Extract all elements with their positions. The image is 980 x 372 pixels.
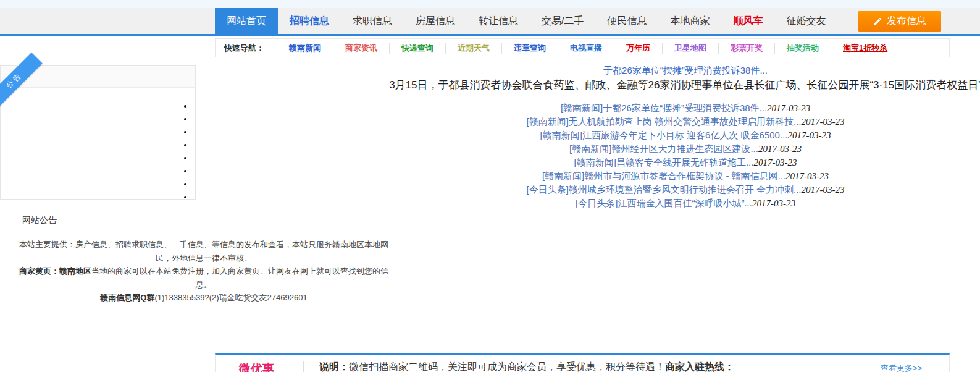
nav-tab[interactable]: 房屋信息 xyxy=(404,8,467,34)
view-more-link[interactable]: 查看更多>> xyxy=(881,363,922,372)
quick-nav-label: 快速导航： xyxy=(216,43,277,54)
quick-nav-link[interactable]: 卫星地图 xyxy=(662,43,718,54)
news-item-date: 2017-03-23 xyxy=(802,117,845,127)
news-item-date: 2017-03-23 xyxy=(752,198,795,208)
news-list-item: [今日头条]江西瑞金入围百佳“深呼吸小城”...2017-03-23 xyxy=(383,197,980,210)
nav-tab[interactable]: 转让信息 xyxy=(467,8,530,34)
quick-nav-link[interactable]: 电视直播 xyxy=(558,43,614,54)
coupon-desc-text: 微信扫描商家二维码，关注即可成为商家会员，享受优惠，积分等待遇！ xyxy=(349,361,665,372)
quick-nav-link[interactable]: 违章查询 xyxy=(501,43,558,54)
news-headline-link[interactable]: 于都26家单位“摆摊”受理消费投诉38件... xyxy=(603,64,768,77)
news-list-item: [今日头条]赣州城乡环境整治暨乡风文明行动推进会召开 全力冲刺...2017-0… xyxy=(383,183,980,197)
site-notice-paragraph-1: 本站主要提供：房产信息、招聘求职信息、二手信息、等信息的发布和查看，本站只服务赣… xyxy=(19,240,388,263)
announcement-bullet-list xyxy=(184,101,193,205)
nav-accent-line xyxy=(0,34,980,36)
nav-tab[interactable]: 求职信息 xyxy=(341,8,404,34)
site-notice-body: 本站主要提供：房产信息、招聘求职信息、二手信息、等信息的发布和查看，本站只服务赣… xyxy=(17,238,390,305)
coupon-title: 微优惠 xyxy=(239,361,274,372)
coupon-divider xyxy=(303,361,304,372)
news-item-date: 2017-03-23 xyxy=(785,171,829,181)
news-item-link[interactable]: [赣南新闻]于都26家单位“摆摊”受理消费投诉38件... xyxy=(561,103,767,113)
nav-tab[interactable]: 征婚交友 xyxy=(774,8,837,34)
site-notice-section: 网站公告 本站主要提供：房产信息、招聘求职信息、二手信息、等信息的发布和查看，本… xyxy=(17,215,390,305)
quick-nav-bar: 快速导航： 赣南新闻 商家资讯 快递查询 近期天气 违章查询 电视直播 万年历 … xyxy=(215,38,950,57)
news-item-date: 2017-03-23 xyxy=(758,144,802,154)
coupon-panel: 微优惠 说明：微信扫描商家二维码，关注即可成为商家会员，享受优惠，积分等待遇！商… xyxy=(215,353,950,372)
news-item-link[interactable]: [赣南新闻]无人机航拍勘查上岗 赣州交警交通事故处理启用新科技... xyxy=(526,116,801,127)
news-item-link[interactable]: [赣南新闻]昌赣客专全线开展无砟轨道施工... xyxy=(574,157,754,167)
quick-nav-link[interactable]: 近期天气 xyxy=(445,43,501,54)
publish-info-button[interactable]: 发布信息 xyxy=(858,11,941,32)
news-item-link[interactable]: [赣南新闻]赣州经开区大力推进生态园区建设... xyxy=(569,143,758,154)
publish-button-label: 发布信息 xyxy=(887,15,926,28)
news-column: 于都26家单位“摆摊”受理消费投诉38件... 3月15日，于都县消费者协会联合… xyxy=(383,64,980,210)
news-item-date: 2017-03-23 xyxy=(802,185,845,195)
quick-nav-link[interactable]: 淘宝1折秒杀 xyxy=(831,43,899,54)
news-item-link[interactable]: [今日头条]江西瑞金入围百佳“深呼吸小城”... xyxy=(576,198,752,208)
news-item-link[interactable]: [赣南新闻]赣州市与河源市签署合作框架协议 - 赣南信息网... xyxy=(542,171,785,181)
quick-nav-link[interactable]: 商家资讯 xyxy=(333,43,389,54)
site-notice-qq-numbers: (1)133835539?(2)瑞金吃货交友274692601 xyxy=(154,293,307,302)
site-notice-paragraph-2: 当地的商家可以在本站免费注册，加入商家黄页。让网友在网上就可以查找到您的信息。 xyxy=(91,266,388,289)
nav-tab[interactable]: 交易/二手 xyxy=(530,8,595,34)
nav-tab[interactable]: 便民信息 xyxy=(595,8,658,34)
site-notice-title: 网站公告 xyxy=(22,215,390,226)
browser-top-strip xyxy=(0,0,980,8)
coupon-hotline-label: 商家入驻热线： xyxy=(665,361,734,372)
news-item-link[interactable]: [赣南新闻]江西旅游今年定下小目标 迎客6亿人次 吸金6500... xyxy=(540,130,788,140)
nav-tab[interactable]: 网站首页 xyxy=(215,8,278,34)
news-list-item: [赣南新闻]无人机航拍勘查上岗 赣州交警交通事故处理启用新科技...2017-0… xyxy=(383,115,980,129)
quick-nav-link[interactable]: 彩票开奖 xyxy=(718,43,774,54)
news-list-item: [赣南新闻]昌赣客专全线开展无砟轨道施工...2017-03-23 xyxy=(383,156,980,169)
news-list-item: [赣南新闻]赣州经开区大力推进生态园区建设...2017-03-23 xyxy=(383,142,980,156)
quick-nav-link[interactable]: 抽奖活动 xyxy=(774,43,831,54)
news-item-date: 2017-03-23 xyxy=(767,103,810,113)
news-item-date: 2017-03-23 xyxy=(753,158,797,167)
news-list-item: [赣南新闻]赣州市与河源市签署合作框架协议 - 赣南信息网...2017-03-… xyxy=(383,169,980,183)
quick-nav-link[interactable]: 快递查询 xyxy=(389,43,445,54)
site-notice-qq-label: 赣南信息网Q群 xyxy=(100,293,154,302)
nav-tab[interactable]: 本地商家 xyxy=(658,8,721,34)
announcement-box: 公告 xyxy=(0,65,196,200)
news-item-date: 2017-03-23 xyxy=(787,130,831,140)
nav-tab[interactable]: 招聘信息 xyxy=(278,8,341,34)
coupon-description: 说明：微信扫描商家二维码，关注即可成为商家会员，享受优惠，积分等待遇！商家入驻热… xyxy=(319,361,734,372)
nav-tab[interactable]: 顺风车 xyxy=(721,8,774,34)
main-nav-tabs: 网站首页 招聘信息 求职信息 房屋信息 转让信息 交易/二手 便民信息 本地商家… xyxy=(215,8,837,34)
quick-nav-link[interactable]: 赣南新闻 xyxy=(277,43,333,54)
news-summary: 3月15日，于都县消费者协会联合食药监、邮政、金融等26家消协理事单位在县长征广… xyxy=(383,77,980,93)
news-list-item: [赣南新闻]于都26家单位“摆摊”受理消费投诉38件...2017-03-23 xyxy=(383,101,980,115)
news-list: [赣南新闻]于都26家单位“摆摊”受理消费投诉38件...2017-03-23 … xyxy=(383,101,980,210)
news-item-link[interactable]: [今日头条]赣州城乡环境整治暨乡风文明行动推进会召开 全力冲刺... xyxy=(526,184,801,195)
site-notice-paragraph-2-bold: 商家黄页：赣南地区 xyxy=(19,266,91,276)
pencil-icon xyxy=(873,17,882,26)
quick-nav-link[interactable]: 万年历 xyxy=(614,43,662,54)
news-list-item: [赣南新闻]江西旅游今年定下小目标 迎客6亿人次 吸金6500...2017-0… xyxy=(383,129,980,142)
coupon-desc-label: 说明： xyxy=(319,361,349,372)
